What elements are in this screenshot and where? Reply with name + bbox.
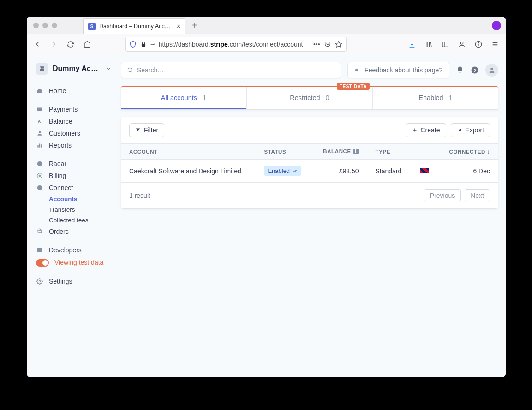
browser-tab-active[interactable]: S Dashboard – Dummy Account 2 × (83, 18, 185, 34)
tab-restricted[interactable]: TEST DATA Restricted0 (247, 87, 373, 109)
library-icon[interactable] (422, 37, 436, 51)
store-icon (36, 63, 48, 75)
flag-gb-icon (420, 168, 429, 173)
radar-icon (36, 160, 43, 167)
menu-icon[interactable] (488, 37, 502, 51)
filter-button[interactable]: Filter (129, 123, 164, 137)
main-content: Search… Feedback about this page? ? All … (117, 54, 506, 377)
export-button[interactable]: Export (451, 123, 490, 137)
accounts-panel: Filter Create Export ACCOUNT (121, 117, 498, 208)
svg-marker-1 (335, 41, 341, 47)
account-switcher[interactable]: Dummy Acco… (35, 63, 112, 75)
window-controls (27, 23, 64, 28)
downloads-icon[interactable] (405, 37, 419, 51)
pocket-icon[interactable] (324, 41, 331, 48)
cell-connected: 6 Dec (438, 160, 499, 183)
sidebar-item-payments[interactable]: Payments (35, 103, 112, 115)
feedback-button[interactable]: Feedback about this page? (347, 62, 449, 78)
status-badge: Enabled (264, 166, 301, 176)
svg-point-20 (37, 185, 42, 190)
sidebar-subitem-transfers[interactable]: Transfers (35, 204, 112, 215)
sidebar-label: Billing (49, 172, 66, 179)
plus-icon (412, 127, 418, 133)
svg-rect-11 (40, 69, 44, 71)
sidebar-subitem-accounts[interactable]: Accounts (35, 194, 112, 204)
traffic-light-close[interactable] (33, 23, 39, 28)
help-icon[interactable]: ? (471, 66, 479, 74)
sidebar-subitem-collected-fees[interactable]: Collected fees (35, 215, 112, 226)
export-label: Export (466, 126, 484, 134)
user-avatar[interactable] (485, 64, 498, 77)
tab-label: All accounts (161, 94, 197, 101)
svg-rect-14 (37, 145, 38, 148)
orders-icon (36, 228, 43, 235)
next-button[interactable]: Next (465, 189, 490, 202)
reload-button[interactable] (64, 37, 78, 51)
table-row[interactable]: Caekcraft Software and Design Limited En… (121, 160, 498, 183)
create-button[interactable]: Create (406, 123, 446, 137)
sidebar-label: Home (49, 87, 66, 95)
sidebar-label: Customers (49, 130, 80, 137)
nav-back-button[interactable] (30, 37, 44, 51)
profile-icon[interactable] (455, 37, 469, 51)
info-icon[interactable] (472, 37, 485, 51)
shield-icon (129, 41, 137, 48)
sidebar-toggle-icon[interactable] (438, 37, 452, 51)
sidebar-item-customers[interactable]: Customers (35, 127, 112, 139)
sidebar-label: Payments (49, 106, 78, 113)
test-data-toggle[interactable]: Viewing test data (35, 256, 112, 269)
permissions-icon[interactable]: ⊸ (150, 41, 155, 48)
svg-line-24 (131, 71, 132, 72)
sidebar-item-radar[interactable]: Radar (35, 158, 112, 170)
sidebar-item-settings[interactable]: Settings (35, 275, 112, 287)
col-connected[interactable]: CONNECTED ↓ (438, 144, 499, 160)
switch-on-icon[interactable] (36, 259, 49, 267)
payments-icon (36, 106, 43, 113)
sidebar-label: Orders (49, 228, 69, 235)
search-input[interactable]: Search… (121, 62, 341, 78)
new-tab-button[interactable]: + (192, 21, 197, 30)
browser-toolbar: ⊸ https://dashboard.stripe.com/test/conn… (27, 34, 506, 54)
col-status: STATUS (256, 144, 312, 160)
cell-type: Standard (367, 160, 412, 183)
tab-title: Dashboard – Dummy Account 2 (99, 23, 173, 30)
tab-count: 1 (449, 94, 453, 101)
sidebar-item-reports[interactable]: Reports (35, 139, 112, 151)
svg-rect-21 (37, 248, 42, 252)
sidebar-item-billing[interactable]: Billing (35, 170, 112, 182)
sidebar-item-home[interactable]: Home (35, 85, 112, 97)
bell-icon[interactable] (456, 66, 464, 74)
sidebar-item-balance[interactable]: Balance (35, 115, 112, 127)
home-button[interactable] (80, 37, 94, 51)
tab-enabled[interactable]: Enabled1 (373, 87, 498, 109)
more-icon[interactable]: ••• (313, 41, 320, 48)
cell-account: Caekcraft Software and Design Limited (121, 160, 256, 183)
svg-point-23 (128, 68, 132, 71)
sidebar-label: Balance (49, 118, 72, 125)
gear-icon (36, 278, 43, 285)
megaphone-icon (354, 67, 361, 73)
customers-icon (36, 130, 43, 137)
extension-badge[interactable] (492, 21, 501, 30)
sidebar-item-connect[interactable]: Connect (35, 182, 112, 194)
col-balance: BALANCE i (312, 144, 367, 160)
bookmark-icon[interactable] (335, 41, 342, 48)
info-icon[interactable]: i (353, 149, 359, 154)
sidebar-label: Reports (49, 142, 72, 149)
lock-icon (140, 41, 147, 48)
close-icon[interactable]: × (177, 23, 180, 30)
account-name: Dummy Acco… (53, 65, 101, 73)
balance-icon (36, 118, 43, 125)
tab-label: Restricted (290, 94, 320, 101)
home-icon (36, 87, 43, 95)
url-bar[interactable]: ⊸ https://dashboard.stripe.com/test/conn… (125, 37, 347, 52)
prev-button[interactable]: Previous (424, 189, 461, 202)
tab-all-accounts[interactable]: All accounts1 (121, 87, 247, 109)
sidebar-item-orders[interactable]: Orders (35, 226, 112, 238)
svg-point-22 (39, 280, 41, 282)
tab-label: Enabled (418, 94, 443, 101)
sidebar-label: Developers (49, 246, 82, 254)
sidebar-item-developers[interactable]: Developers (35, 244, 112, 256)
traffic-light-min[interactable] (42, 23, 48, 28)
traffic-light-max[interactable] (52, 23, 57, 28)
